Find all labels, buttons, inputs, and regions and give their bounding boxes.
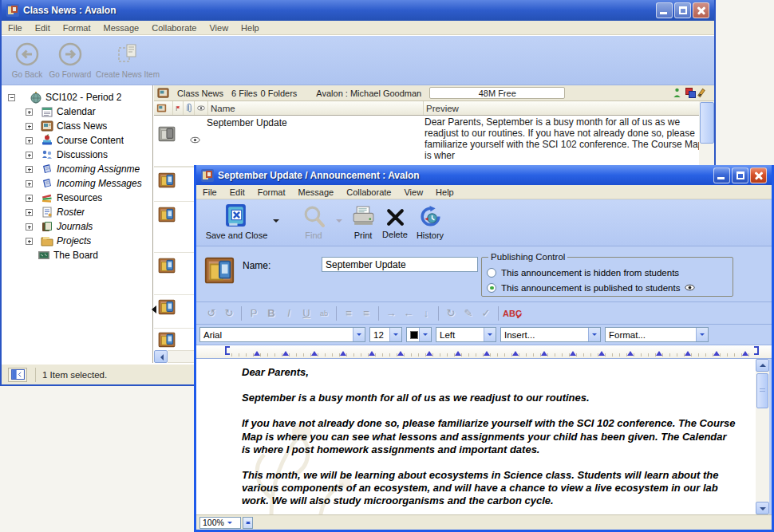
dropdown-arrow-icon[interactable] [696,328,708,341]
close-button[interactable] [693,2,709,18]
editor-body[interactable]: Dear Parents, September is a busy month … [196,359,758,514]
subscript-icon[interactable]: ab [315,309,333,317]
go-forward-button[interactable]: Go Forward [45,41,95,79]
dropdown-arrow-icon[interactable] [419,328,431,341]
left-indent-marker[interactable] [225,346,230,355]
dropdown-arrow-icon[interactable] [389,328,401,341]
zoom-level-select[interactable]: 100% [199,517,241,529]
dropdown-arrow-icon[interactable] [588,328,600,341]
menu-file[interactable]: File [196,186,223,199]
pen-icon[interactable]: ✎ [460,307,477,319]
radio-off-icon[interactable] [487,268,496,278]
menu-view[interactable]: View [397,186,429,199]
sidebar-item-the-board[interactable]: The Board [2,248,152,262]
scroll-thumb[interactable] [756,373,768,408]
expand-plus-icon[interactable] [26,223,33,231]
menu-format[interactable]: Format [251,186,292,199]
menu-collaborate[interactable]: Collaborate [340,186,397,199]
radio-published-to-students[interactable]: This announcement is published to studen… [487,280,728,295]
list-item-icon[interactable] [157,331,176,350]
radio-hidden-from-students[interactable]: This announcement is hidden from student… [487,265,728,280]
list-item-icon[interactable] [157,171,176,191]
sidebar-item-calendar[interactable]: Calendar [2,104,152,119]
menu-message[interactable]: Message [292,186,341,199]
expand-plus-icon[interactable] [26,108,33,116]
find-button[interactable]: Find [294,204,334,240]
bullet-list-icon[interactable]: ≡ [340,307,357,319]
pane-collapse-arrow[interactable] [148,305,156,313]
name-input[interactable] [322,257,478,272]
ruler[interactable] [196,345,772,359]
bold-icon[interactable]: B [263,307,280,319]
menu-edit[interactable]: Edit [29,22,57,34]
sidebar-item-incoming-messages[interactable]: Incoming Messages [2,176,152,191]
go-back-button[interactable]: Go Back [6,41,48,79]
rotate-icon[interactable]: ↻ [442,307,460,319]
column-preview[interactable]: Preview [424,101,699,115]
column-attachment-icon[interactable] [184,101,195,115]
column-name[interactable]: Name [208,101,424,115]
radio-on-icon[interactable] [487,283,496,293]
save-and-close-button[interactable]: Save and Close [199,203,274,240]
list-item-icon[interactable] [157,298,176,317]
numbered-list-icon[interactable]: ≡ [357,307,375,319]
minimize-button[interactable] [713,167,730,183]
sidebar-item-incoming-assignments[interactable]: Incoming Assignme [2,162,152,176]
expand-plus-icon[interactable] [26,137,33,144]
maximize-button[interactable] [732,167,748,183]
underline-icon[interactable]: U [298,307,315,319]
zoom-spinner[interactable] [243,517,253,529]
sidebar-item-projects[interactable]: Projects [2,234,152,248]
sidebar-item-discussions[interactable]: Discussions [2,148,152,162]
sidebar-item-journals[interactable]: Journals [2,219,152,234]
dropdown-arrow-icon[interactable] [484,328,496,341]
minimize-button[interactable] [656,2,673,18]
font-select[interactable]: Arial [199,327,365,342]
presence-person-icon[interactable] [673,88,681,98]
edit-pencil-icon[interactable] [697,89,705,97]
expand-plus-icon[interactable] [26,209,33,216]
column-flag-icon[interactable] [173,101,184,115]
expand-plus-icon[interactable] [26,166,33,173]
save-dropdown-arrow[interactable] [273,219,279,226]
announcement-titlebar[interactable]: September Update / Announcement : Avalon [196,165,772,185]
scroll-up-button[interactable] [756,359,769,372]
menu-message[interactable]: Message [97,22,146,34]
list-item-september-update[interactable]: September Update Dear Parents, September… [154,116,699,167]
expand-plus-icon[interactable] [26,152,33,159]
layers-icon[interactable] [685,88,696,98]
undo-icon[interactable]: ↺ [203,307,220,319]
column-item-icon[interactable] [154,101,173,115]
format-select[interactable]: Format... [605,327,709,342]
italic-icon[interactable]: I [280,307,298,319]
right-indent-marker[interactable] [754,346,759,355]
column-published-eye-icon[interactable] [195,101,208,115]
expand-plus-icon[interactable] [26,238,33,245]
menu-file[interactable]: File [2,22,29,34]
sidebar-item-course-content[interactable]: Course Content [2,133,152,148]
paragraph-down-icon[interactable]: ↓ [417,307,435,319]
create-news-item-button[interactable]: Create News Item [91,41,164,79]
sidebar-item-roster[interactable]: Roster [2,205,152,219]
list-item-icon[interactable] [157,257,176,276]
menu-edit[interactable]: Edit [223,186,251,199]
close-button[interactable] [750,167,767,183]
scroll-thumb[interactable] [700,102,714,144]
delete-button[interactable]: Delete [377,207,413,239]
scroll-left-button[interactable] [154,350,168,363]
indent-icon[interactable]: → [382,307,400,319]
collapse-minus-icon[interactable] [8,94,15,101]
insert-select[interactable]: Insert... [500,327,601,342]
menu-view[interactable]: View [203,22,235,34]
dropdown-arrow-icon[interactable] [353,328,365,341]
menu-collaborate[interactable]: Collaborate [145,22,203,34]
editor-vertical-scrollbar[interactable] [756,359,769,514]
plain-style-icon[interactable]: P [245,307,263,319]
maximize-button[interactable] [674,2,691,18]
list-item-icon[interactable] [157,206,176,225]
expand-plus-icon[interactable] [26,123,33,130]
sidebar-item-class-news[interactable]: Class News [2,119,152,133]
redo-icon[interactable]: ↻ [220,307,238,319]
align-select[interactable]: Left [436,327,496,342]
expand-plus-icon[interactable] [26,180,33,187]
